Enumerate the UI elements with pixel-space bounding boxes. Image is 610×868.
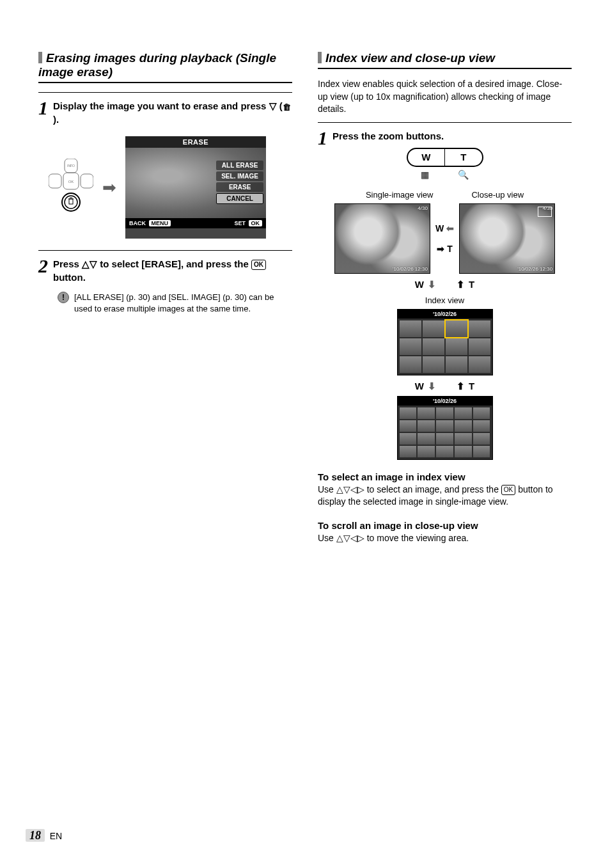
right-intro: Index view enables quick selection of a … [318, 78, 572, 116]
r-step1-number: 1 [318, 129, 327, 146]
view-labels: Single-image view Close-up view [366, 190, 524, 200]
back-btn-label: MENU [149, 220, 171, 226]
up-icon-3 [336, 533, 343, 543]
accent-bar [38, 52, 42, 63]
menu-cancel: CANCEL [216, 193, 263, 204]
accent-bar-2 [318, 52, 322, 63]
zoom-t: T [445, 149, 482, 166]
erase-screen-footer: BACK MENU SET OK [125, 218, 266, 228]
step1-text: Display the image you want to erase and … [38, 99, 292, 126]
step2-text-c: button. [53, 272, 86, 283]
zoom-button-graphic: W T [407, 148, 483, 167]
t-arrow-right: ➡T [437, 244, 453, 254]
right-icon [357, 484, 364, 494]
w-label-2: W [415, 279, 424, 290]
index-grid-2x4: '10/02/26 [397, 309, 493, 375]
step1-text-b: ( [277, 100, 283, 111]
thumb-datetime: '10/02/26 12:30 [393, 266, 428, 272]
step1-text-a: Display the image you want to erase and … [53, 100, 269, 111]
footer-back: BACK MENU [129, 220, 171, 226]
svg-rect-6 [69, 199, 73, 204]
page-num-value: 18 [26, 829, 45, 842]
down-icon-4 [343, 533, 350, 543]
dpad-ok-label: OK [68, 180, 74, 184]
sub-h-2: To scroll an image in close-up view [318, 520, 572, 531]
svg-rect-1 [49, 174, 61, 188]
arrow-up-icon-2: ⬆ [457, 381, 465, 392]
sub2-a: Use [318, 533, 336, 543]
wt-row-2: W ⬇ ⬆ T [415, 381, 474, 392]
step2-text: Press to select [ERASE], and press the O… [38, 257, 292, 284]
right-title-text: Index view and close-up view [325, 51, 495, 65]
arrow-right-icon-2: ➡ [437, 244, 444, 254]
sub-p-1: Use to select an image, and press the OK… [318, 484, 572, 509]
down-icon-2 [90, 258, 97, 269]
arrow-right-icon: ➡ [102, 178, 116, 198]
index-grid-small: '10/02/26 [397, 396, 493, 460]
closeup-frame-icon [538, 207, 552, 217]
grid-selected [446, 320, 467, 337]
ok-icon-2: OK [501, 485, 515, 495]
step1-text-c: ). [53, 114, 59, 125]
thumb-datetime-2: '10/02/26 12:30 [517, 266, 552, 272]
magnifier-icon: 🔍 [458, 170, 469, 180]
arrow-down-icon: ⬇ [428, 279, 436, 290]
menu-sel-image: SEL. IMAGE [216, 171, 263, 181]
sub-h-1: To select an image in index view [318, 471, 572, 482]
set-btn-label: OK [249, 220, 263, 226]
left-title-text: Erasing images during playback (Single i… [38, 51, 276, 79]
down-icon-3 [343, 484, 350, 494]
step2-text-b: to select [ERASE], and press the [97, 258, 251, 269]
left-step-1: 1 Display the image you want to erase an… [38, 92, 292, 239]
t-label: T [447, 244, 453, 254]
set-label: SET [234, 220, 246, 226]
single-view-thumb: 4/30 '10/02/26 12:30 [334, 203, 430, 274]
note-text: [ALL ERASE] (p. 30) and [SEL. IMAGE] (p.… [74, 292, 292, 315]
ok-icon: OK [251, 260, 266, 270]
trash-icon [283, 100, 291, 111]
arrow-up-icon: ⬆ [457, 279, 465, 290]
erase-illustration: INFO OK ➡ ERASE [49, 136, 292, 239]
left-step-2: 2 Press to select [ERASE], and press the… [38, 250, 292, 315]
zoom-diagram: W T ▦ 🔍 Single-image view Close-up view … [318, 148, 572, 460]
erase-screen: ERASE ALL ERASE SEL. IMAGE ERASE CANCEL … [125, 136, 266, 239]
right-step-1: 1 Press the zoom buttons. W T ▦ 🔍 Single… [318, 122, 572, 545]
zoom-under-icons: ▦ 🔍 [407, 170, 483, 180]
back-label: BACK [129, 220, 146, 226]
sub2-b: to move the viewing area. [364, 533, 469, 543]
thumb-count: 4/30 [418, 205, 428, 211]
svg-rect-2 [81, 174, 93, 188]
t-label-2: T [469, 279, 474, 290]
index-view-label: Index view [425, 296, 464, 305]
right-section-title: Index view and close-up view [318, 51, 572, 69]
menu-all-erase: ALL ERASE [216, 161, 263, 170]
menu-erase: ERASE [216, 182, 263, 192]
erase-screen-title: ERASE [125, 136, 266, 148]
w-arrow-left: W⬅ [435, 223, 454, 233]
closeup-view-thumb: 4/30 '10/02/26 12:30 [459, 203, 555, 274]
arrow-left-icon: ⬅ [446, 223, 454, 233]
note-icon: ! [58, 292, 69, 303]
up-icon-2 [336, 484, 343, 494]
up-icon [82, 258, 90, 269]
t-label-3: T [469, 381, 474, 391]
dpad-info-label: INFO [67, 164, 75, 168]
page-lang: EN [50, 831, 62, 841]
sub1-a: Use [318, 484, 336, 494]
zoom-w: W [408, 149, 446, 166]
footer-set: SET OK [234, 220, 262, 226]
wt-row-1: W ⬇ ⬆ T [415, 279, 474, 290]
down-icon [269, 100, 277, 111]
erase-menu-list: ALL ERASE SEL. IMAGE ERASE CANCEL [216, 161, 263, 205]
erase-screen-image: ALL ERASE SEL. IMAGE ERASE CANCEL [125, 148, 266, 218]
wt-arrow-stack: W⬅ ➡T [435, 223, 454, 254]
sub1-b: to select an image, and press the [364, 484, 501, 494]
note-row: ! [ALL ERASE] (p. 30) and [SEL. IMAGE] (… [58, 292, 292, 315]
step2-text-a: Press [53, 258, 82, 269]
right-icon-2 [357, 533, 364, 543]
closeup-view-label: Close-up view [471, 190, 524, 200]
left-icon-2 [350, 533, 357, 543]
sub-p-2: Use to move the viewing area. [318, 532, 572, 545]
step2-number: 2 [38, 257, 48, 274]
arrow-down-icon-2: ⬇ [428, 381, 436, 392]
